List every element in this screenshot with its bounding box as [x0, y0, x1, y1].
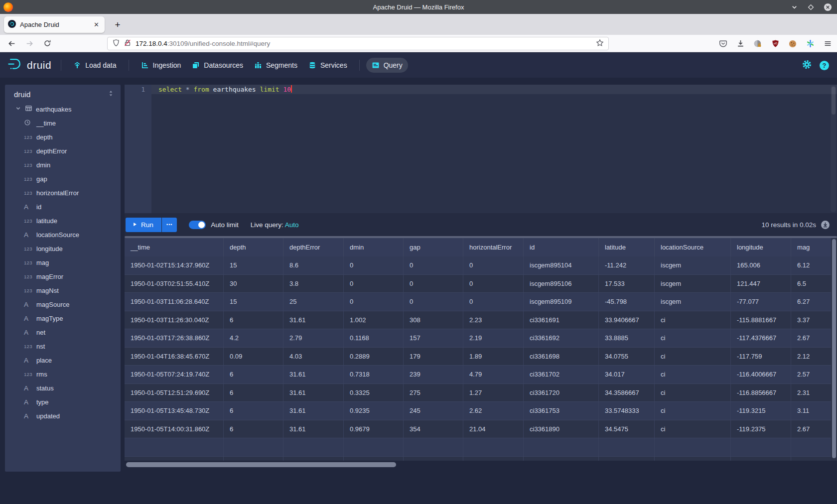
table-header-cell-id[interactable]: id: [524, 238, 599, 256]
table-cell[interactable]: 2.67: [791, 329, 837, 347]
table-cell[interactable]: 6: [224, 420, 283, 438]
table-cell[interactable]: 0.9679: [344, 420, 404, 438]
table-cell[interactable]: -119.2375: [731, 420, 791, 438]
table-cell[interactable]: 0.09: [224, 348, 283, 366]
table-row[interactable]: 1950-01-05T12:51:29.690Z631.610.33252751…: [125, 384, 837, 402]
new-tab-button[interactable]: +: [111, 18, 125, 32]
tree-column-magSource[interactable]: AmagSource: [5, 297, 121, 311]
table-cell[interactable]: -116.8856667: [731, 384, 791, 402]
table-header-cell-longitude[interactable]: longitude: [731, 238, 791, 256]
table-cell[interactable]: 1950-01-02T15:14:37.960Z: [125, 256, 224, 274]
table-cell[interactable]: 308: [404, 311, 463, 329]
tree-column-magNst[interactable]: 123magNst: [5, 283, 121, 297]
auto-limit-toggle[interactable]: [189, 221, 206, 229]
chevron-down-icon[interactable]: [15, 105, 21, 113]
table-cell[interactable]: iscgem: [655, 275, 731, 293]
table-cell[interactable]: 4.79: [463, 366, 524, 383]
table-row[interactable]: 1950-01-02T15:14:37.960Z158.6000iscgem89…: [125, 256, 837, 275]
table-cell[interactable]: 0: [344, 275, 404, 293]
tree-column-nst[interactable]: 123nst: [5, 339, 121, 353]
table-cell[interactable]: ci3361692: [524, 329, 599, 347]
table-header-cell-latitude[interactable]: latitude: [599, 238, 655, 256]
druid-logo[interactable]: druid: [7, 57, 51, 73]
table-cell[interactable]: ci3361753: [524, 402, 599, 420]
table-cell[interactable]: 1950-01-03T11:26:30.040Z: [125, 311, 224, 329]
nav-item-ingestion[interactable]: Ingestion: [136, 58, 187, 73]
table-cell[interactable]: 6.27: [791, 293, 837, 311]
table-header-cell-__time[interactable]: __time: [125, 238, 224, 256]
table-cell[interactable]: 3.8: [283, 275, 344, 293]
table-cell[interactable]: 1950-01-03T11:06:28.640Z: [125, 293, 224, 311]
table-row[interactable]: 1950-01-05T14:00:31.860Z631.610.96793542…: [125, 420, 837, 439]
table-cell[interactable]: 0.2889: [344, 348, 404, 366]
shield-icon[interactable]: [112, 39, 120, 49]
table-cell[interactable]: -117.759: [731, 348, 791, 366]
table-cell[interactable]: 245: [404, 402, 463, 420]
tab-close-icon[interactable]: ✕: [92, 21, 101, 28]
table-horizontal-scrollbar[interactable]: [125, 461, 837, 469]
table-cell[interactable]: 0: [404, 293, 463, 311]
table-cell[interactable]: 1.89: [463, 348, 524, 366]
tree-column-latitude[interactable]: 123latitude: [5, 214, 121, 228]
table-cell[interactable]: 34.017: [599, 366, 655, 383]
window-close-icon[interactable]: [824, 3, 832, 11]
tree-column-place[interactable]: Aplace: [5, 353, 121, 367]
insecure-lock-icon[interactable]: [124, 39, 132, 49]
table-header-cell-depth[interactable]: depth: [224, 238, 283, 256]
table-cell[interactable]: 4.03: [283, 348, 344, 366]
table-cell[interactable]: 31.61: [283, 402, 344, 420]
table-cell[interactable]: ci: [655, 348, 731, 366]
table-cell[interactable]: 165.006: [731, 256, 791, 274]
table-cell[interactable]: 33.5748333: [599, 402, 655, 420]
back-icon[interactable]: [4, 36, 19, 50]
table-cell[interactable]: 354: [404, 420, 463, 438]
tree-column-__time[interactable]: __time: [5, 116, 121, 130]
tree-column-horizontalError[interactable]: 123horizontalError: [5, 186, 121, 200]
table-cell[interactable]: 1950-01-03T17:26:38.860Z: [125, 329, 224, 347]
table-cell[interactable]: 157: [404, 329, 463, 347]
downloads-icon[interactable]: [736, 39, 745, 48]
table-cell[interactable]: 25: [283, 293, 344, 311]
table-header-cell-horizontalError[interactable]: horizontalError: [463, 238, 524, 256]
table-cell[interactable]: 2.31: [791, 384, 837, 402]
tree-column-type[interactable]: Atype: [5, 395, 121, 409]
tree-column-depth[interactable]: 123depth: [5, 130, 121, 144]
table-cell[interactable]: 33.9406667: [599, 311, 655, 329]
table-cell[interactable]: ci: [655, 384, 731, 402]
table-cell[interactable]: -117.4376667: [731, 329, 791, 347]
table-cell[interactable]: 0.3325: [344, 384, 404, 402]
run-button[interactable]: Run: [126, 218, 161, 232]
table-cell[interactable]: 179: [404, 348, 463, 366]
browser-tab[interactable]: Apache Druid ✕: [4, 16, 105, 33]
table-cell[interactable]: 1950-01-04T16:38:45.670Z: [125, 348, 224, 366]
table-cell[interactable]: 0.7318: [344, 366, 404, 383]
download-results-icon[interactable]: [821, 220, 830, 230]
table-cell[interactable]: ci3361691: [524, 311, 599, 329]
tree-column-depthError[interactable]: 123depthError: [5, 144, 121, 158]
table-row[interactable]: 1950-01-05T13:45:48.730Z631.610.92352452…: [125, 402, 837, 420]
hamburger-menu-icon[interactable]: [823, 39, 832, 48]
table-cell[interactable]: 34.5475: [599, 420, 655, 438]
schema-selector[interactable]: druid: [5, 85, 121, 101]
url-text[interactable]: 172.18.0.4:30109/unified-console.html#qu…: [136, 40, 596, 47]
table-cell[interactable]: 2.19: [463, 329, 524, 347]
table-cell[interactable]: ci: [655, 366, 731, 383]
table-cell[interactable]: 0: [404, 275, 463, 293]
table-row[interactable]: 1950-01-03T02:51:55.410Z303.8000iscgem89…: [125, 275, 837, 293]
table-cell[interactable]: 6.12: [791, 256, 837, 274]
table-cell[interactable]: 31.61: [283, 311, 344, 329]
nav-item-segments[interactable]: Segments: [249, 58, 303, 73]
table-cell[interactable]: ci3361720: [524, 384, 599, 402]
tree-column-dmin[interactable]: 123dmin: [5, 158, 121, 172]
table-cell[interactable]: iscgem895106: [524, 275, 599, 293]
table-cell[interactable]: 31.61: [283, 384, 344, 402]
table-cell[interactable]: ci: [655, 311, 731, 329]
table-cell[interactable]: iscgem: [655, 256, 731, 274]
table-header-cell-locationSource[interactable]: locationSource: [655, 238, 731, 256]
table-cell[interactable]: 31.61: [283, 420, 344, 438]
table-cell[interactable]: 275: [404, 384, 463, 402]
table-cell[interactable]: -119.3215: [731, 402, 791, 420]
tree-column-updated[interactable]: Aupdated: [5, 409, 121, 423]
table-cell[interactable]: 2.79: [283, 329, 344, 347]
table-row[interactable]: 1950-01-03T17:26:38.860Z4.22.790.1168157…: [125, 329, 837, 348]
